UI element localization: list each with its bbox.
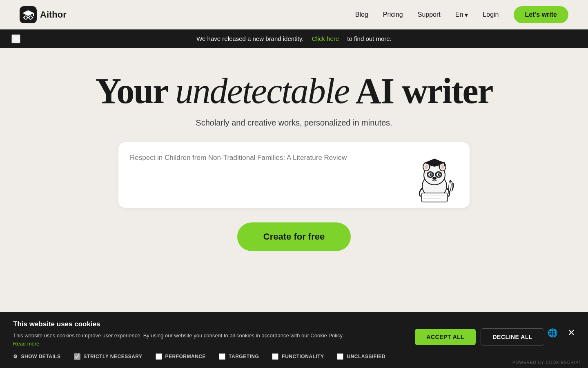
functionality-group: FUNCTIONALITY [272,353,324,360]
svg-line-6 [23,17,24,18]
svg-point-19 [431,174,432,175]
cookie-text: This website uses cookies This website u… [13,320,348,348]
strictly-necessary-checkbox[interactable] [74,353,80,360]
close-announcement-button[interactable]: ✕ [11,34,20,43]
svg-rect-28 [444,162,445,166]
decline-all-button[interactable]: DECLINE ALL [481,328,544,346]
svg-rect-9 [421,193,448,202]
cookie-title: This website uses cookies [13,320,348,328]
unclassified-group: UNCLASSIFIED [337,353,385,360]
globe-icon[interactable]: 🌐 [548,328,558,338]
svg-point-20 [439,174,440,175]
performance-checkbox[interactable] [156,353,162,360]
login-link[interactable]: Login [483,11,499,18]
show-details-toggle[interactable]: ⚙ SHOW DETAILS [13,354,61,359]
cookie-top-row: This website uses cookies This website u… [13,320,575,348]
targeting-label: TARGETING [229,354,259,359]
svg-line-7 [32,17,33,18]
targeting-checkbox[interactable] [219,353,225,360]
svg-rect-27 [434,159,435,160]
cookie-read-more-link[interactable]: Read more [13,341,39,347]
performance-group: PERFORMANCE [156,353,206,360]
announcement-link[interactable]: Click here [312,35,339,42]
svg-point-24 [425,164,428,169]
strictly-necessary-label: STRICTLY NECESSARY [84,354,143,359]
hero-subtitle: Scholarly and creative works, personaliz… [196,118,392,128]
powered-by-label: POWERED BY COOKIESCRIPT [512,360,581,365]
announcement-bar: ✕ We have released a new brand identity.… [0,29,588,48]
cookie-top-right: ACCEPT ALL DECLINE ALL 🌐 ✕ [415,320,575,346]
svg-point-21 [432,177,437,180]
announcement-text-after: to find out more. [347,35,391,42]
accept-all-button[interactable]: ACCEPT ALL [415,329,476,345]
topic-input-box [118,142,470,208]
hero-title: Your undetectable AI writer [95,72,492,110]
targeting-group: TARGETING [219,353,259,360]
svg-point-18 [438,173,440,176]
language-selector[interactable]: En ▾ [455,11,468,19]
nav-pricing[interactable]: Pricing [383,11,403,18]
mascot-illustration [406,147,463,204]
language-label: En [455,11,463,18]
performance-label: PERFORMANCE [165,354,206,359]
close-cookie-button[interactable]: ✕ [561,328,575,338]
cookie-actions: ACCEPT ALL DECLINE ALL [415,320,544,346]
navbar: Aithor Blog Pricing Support En ▾ Login L… [0,0,588,29]
chevron-down-icon: ▾ [465,11,468,19]
lets-write-button[interactable]: Let's write [514,6,569,23]
svg-point-17 [430,173,432,176]
unclassified-label: UNCLASSIFIED [347,354,385,359]
svg-point-25 [441,164,444,169]
strictly-necessary-group: STRICTLY NECESSARY [74,353,143,360]
topic-input[interactable] [130,154,396,195]
unclassified-checkbox[interactable] [337,353,343,360]
svg-rect-2 [33,13,34,16]
nav-support[interactable]: Support [418,11,441,18]
cookie-bottom-row: ⚙ SHOW DETAILS STRICTLY NECESSARY PERFOR… [13,353,575,360]
nav-links: Blog Pricing Support En ▾ Login Let's wr… [355,6,568,23]
logo[interactable]: Aithor [20,6,67,23]
cookie-banner: This website uses cookies This website u… [0,312,588,368]
hero-section: Your undetectable AI writer Scholarly an… [0,48,588,276]
logo-icon [20,6,37,23]
functionality-label: FUNCTIONALITY [282,354,324,359]
settings-icon: ⚙ [13,354,18,359]
functionality-checkbox[interactable] [272,353,278,360]
announcement-text-before: We have released a new brand identity. [196,35,303,42]
cookie-description: This website uses cookies to improve use… [13,332,348,348]
create-for-free-button[interactable]: Create for free [237,222,351,251]
logo-text: Aithor [40,9,67,20]
nav-blog[interactable]: Blog [355,11,368,18]
